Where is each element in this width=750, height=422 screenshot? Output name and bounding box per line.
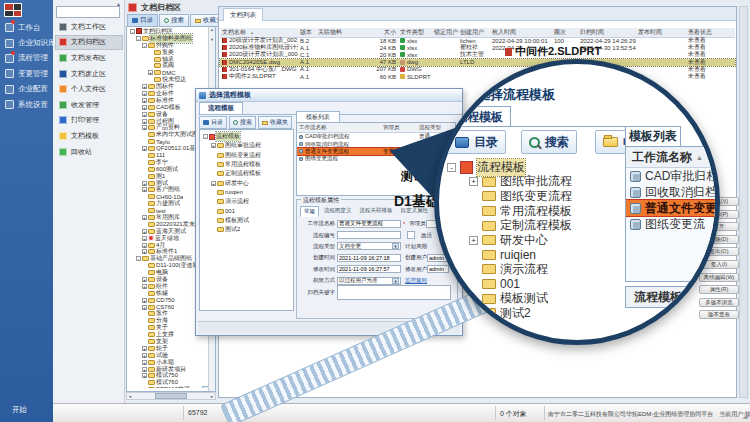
magnified-tree-item[interactable]: + 图纸审批流程 — [445, 175, 625, 190]
column-header[interactable]: 检入时间 — [490, 28, 552, 37]
magnified-template-row[interactable]: 图纸变更流 — [626, 216, 720, 232]
magnified-tree-item[interactable]: 图纸变更流程 — [445, 189, 625, 204]
expand-toggle-icon[interactable]: + — [142, 360, 147, 365]
catalog-button[interactable]: 目录 — [447, 130, 506, 154]
workspace-item[interactable]: 收发管理 — [55, 97, 123, 113]
expand-toggle-icon[interactable]: + — [142, 215, 147, 220]
magnified-tab-template-list[interactable]: 模板列表 — [625, 126, 681, 146]
tab-template-list[interactable]: 模板列表 — [296, 111, 340, 122]
column-header[interactable]: 关联物料 — [316, 28, 372, 37]
expand-toggle-icon[interactable]: + — [142, 277, 147, 282]
template-tree-item[interactable]: + 研发中心 — [201, 178, 292, 187]
column-header[interactable]: 文件类型 — [398, 28, 432, 37]
sidebar-item[interactable]: 变更管理 — [5, 66, 53, 81]
properties-tab[interactable]: 流程关联模板 — [357, 206, 396, 217]
magnified-tree-item[interactable]: 演示流程 — [445, 262, 625, 277]
expand-toggle-icon[interactable]: + — [142, 367, 147, 372]
template-row[interactable]: 图纸变更流程 — [297, 155, 455, 162]
workspace-item[interactable]: 文档归档区 — [55, 35, 123, 51]
column-header[interactable]: 发布时间 — [636, 28, 686, 37]
expand-toggle-icon[interactable]: + — [142, 84, 147, 89]
search-button[interactable]: 搜索 — [521, 130, 577, 154]
expand-toggle-icon[interactable]: + — [142, 353, 147, 358]
magnified-tree-item[interactable]: + 研发中心 — [445, 233, 625, 248]
modified-time-field[interactable] — [337, 265, 401, 273]
workspace-item[interactable]: 回收站 — [55, 144, 123, 160]
expand-toggle-icon[interactable]: - — [142, 43, 147, 48]
template-tree-item[interactable]: 模板测试 — [201, 216, 292, 225]
column-admin[interactable]: 管理员 — [383, 124, 419, 131]
magnified-tree-item[interactable]: 定制流程模板 — [445, 218, 625, 233]
expand-toggle-icon[interactable]: + — [469, 236, 478, 245]
expand-toggle-icon[interactable]: - — [130, 29, 135, 34]
template-tree-item[interactable]: 演示流程 — [201, 197, 292, 206]
workspace-item[interactable]: 打印管理 — [55, 113, 123, 129]
expand-toggle-icon[interactable]: + — [142, 181, 147, 186]
template-tree-item[interactable]: ruiqien — [201, 188, 292, 197]
column-header[interactable]: 归档时间 — [578, 28, 636, 37]
expand-toggle-icon[interactable]: + — [142, 146, 147, 151]
magnified-column-header[interactable]: 工作流名称 — [626, 147, 720, 168]
column-type[interactable]: 流程类型 — [419, 124, 449, 131]
column-header[interactable]: 大小 — [372, 28, 398, 37]
expand-toggle-icon[interactable]: + — [142, 112, 147, 117]
file-row[interactable]: 2020设计开发计划表_000001... C.1 20 KB xlsx 技术主… — [220, 51, 735, 58]
expand-toggle-icon[interactable]: + — [211, 143, 216, 148]
dialog-titlebar[interactable]: 选择流程模板 — [196, 89, 462, 102]
template-row[interactable]: 回收取消归档流程 普通 — [297, 140, 455, 147]
workspace-search-input[interactable] — [56, 6, 120, 18]
template-tree-item[interactable]: 图纸变更流程 — [201, 151, 292, 160]
archive-keyword-field[interactable] — [337, 285, 451, 300]
expand-toggle-icon[interactable]: + — [142, 91, 147, 96]
expand-toggle-icon[interactable]: + — [142, 305, 147, 310]
action-button[interactable]: 多版本浏览 — [699, 298, 739, 307]
tree-item[interactable]: 底阀 — [128, 62, 210, 69]
expand-toggle-icon[interactable]: + — [142, 284, 147, 289]
template-tree-item[interactable]: 定制流程模板 — [201, 169, 292, 178]
expand-toggle-icon[interactable]: - — [136, 36, 141, 41]
magnified-tree-item[interactable]: ruiqien — [445, 248, 625, 263]
magnified-template-row[interactable]: 回收取消归档 — [626, 184, 720, 200]
permission-select[interactable]: 以过程用户为准▼ — [337, 277, 401, 285]
expand-toggle-icon[interactable]: + — [148, 70, 153, 75]
process-type-select[interactable]: 文档变更▼ — [337, 242, 401, 250]
expand-toggle-icon[interactable]: + — [142, 125, 147, 130]
sidebar-item[interactable]: 企业知识库 — [5, 35, 53, 50]
start-button[interactable]: 开始 — [12, 405, 27, 415]
action-button[interactable]: 属性(R) — [699, 285, 739, 294]
expand-toggle-icon[interactable]: + — [142, 249, 147, 254]
expand-toggle-icon[interactable]: + — [142, 119, 147, 124]
workspace-item[interactable]: 文档模板 — [55, 128, 123, 144]
column-header[interactable]: 创建用户 — [458, 28, 490, 37]
template-tree-item[interactable]: + 图纸审批流程 — [201, 141, 292, 150]
expand-toggle-icon[interactable]: + — [142, 105, 147, 110]
expand-toggle-icon[interactable]: + — [142, 298, 147, 303]
column-header[interactable]: 版本 — [298, 28, 316, 37]
properties-tab[interactable]: 流程图定义 — [321, 206, 355, 217]
file-row[interactable]: 中间件2.SLDPRT A.1 60 KB SLDPRT 未查看 — [220, 73, 735, 80]
resize-grip-icon[interactable]: ◢ — [743, 412, 748, 420]
magnified-template-row[interactable]: 普通文件变更 — [626, 200, 720, 216]
template-tree-item[interactable]: - 流程模板 — [201, 132, 292, 141]
magnified-tree-item[interactable]: - 流程模板 — [445, 160, 625, 175]
expand-toggle-icon[interactable]: + — [469, 177, 478, 186]
template-tree-item[interactable]: 测试2 — [201, 225, 292, 234]
expand-toggle-icon[interactable]: - — [447, 163, 456, 172]
tree-item[interactable]: ETR100静液驱动化 0 图纸 ▼ — [128, 386, 210, 388]
sidebar-item[interactable]: 企业配置 — [5, 82, 53, 97]
expand-toggle-icon[interactable]: + — [142, 373, 147, 378]
column-header[interactable]: 锁定用户 — [432, 28, 458, 37]
action-button[interactable]: 版本查看 — [699, 310, 739, 319]
expand-toggle-icon[interactable]: + — [142, 346, 147, 351]
expand-toggle-icon[interactable]: + — [142, 229, 147, 234]
template-row[interactable]: CAD审批归档流程 普通 — [297, 133, 455, 140]
sidebar-item[interactable]: 工作台 — [5, 20, 53, 35]
expand-toggle-icon[interactable]: + — [211, 181, 216, 186]
workflow-name-field[interactable] — [337, 220, 401, 228]
created-time-field[interactable] — [337, 254, 401, 262]
sidebar-item[interactable]: 流程管理 — [5, 51, 53, 66]
expand-toggle-icon[interactable]: + — [142, 236, 147, 241]
expand-toggle-icon[interactable]: - — [203, 134, 208, 139]
template-row[interactable]: 普通文件变更流程 变更主管 — [297, 148, 455, 155]
magnified-tree-item[interactable]: 常用流程模板 — [445, 204, 625, 219]
